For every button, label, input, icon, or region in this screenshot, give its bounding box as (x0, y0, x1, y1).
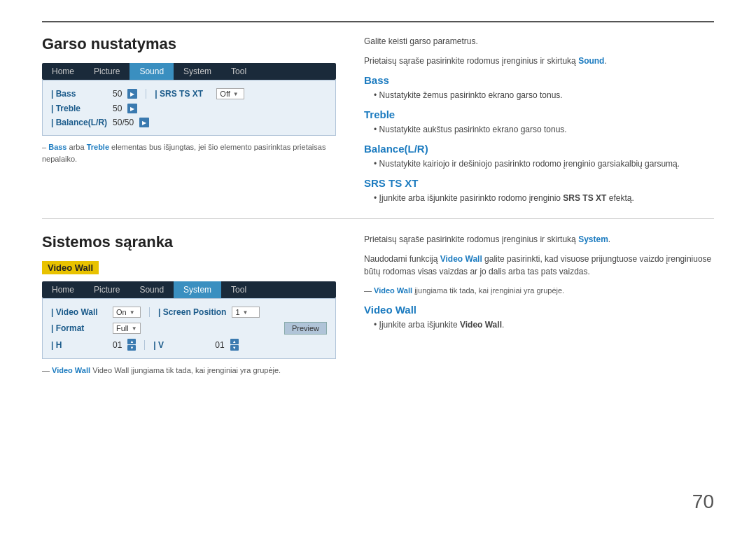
right1-intro2-suffix: . (604, 56, 606, 66)
right2-note-link: Video Wall (374, 286, 412, 295)
sub-srs-body: Įjunkite arba išjunkite pasirinkto rodom… (364, 192, 714, 204)
divider1 (146, 89, 146, 99)
s2-menu-tab-sound[interactable]: Sound (130, 281, 174, 298)
section2-settings-table: | Video Wall On ▼ | Screen Position 1 ▼ … (42, 298, 336, 359)
vw-on-dropdown[interactable]: On ▼ (113, 307, 141, 318)
right2-intro1-link: System (578, 234, 608, 244)
screenpos-arrow-icon: ▼ (243, 309, 248, 316)
format-value: Full (116, 324, 129, 332)
vw-body-link: Video Wall (460, 320, 502, 330)
section1-row: Garso nustatymas Home Picture Sound Syst… (42, 35, 714, 204)
sub-vw-heading: Video Wall (364, 304, 714, 316)
menu-tab-sound[interactable]: Sound (130, 63, 174, 80)
menu-tab-tool[interactable]: Tool (221, 63, 256, 80)
section1-title: Garso nustatymas (42, 35, 336, 53)
right2-note-suffix: įjungiama tik tada, kai įrenginiai yra g… (412, 286, 564, 295)
right1-intro2-link: Sound (578, 56, 604, 66)
format-dropdown[interactable]: Full ▼ (113, 323, 141, 334)
h-spinner[interactable]: ▲ ▼ (127, 339, 136, 351)
h-down[interactable]: ▼ (127, 345, 136, 351)
right2-intro2-link: Video Wall (440, 254, 482, 264)
v-value: 01 (215, 340, 224, 350)
h-value: 01 (113, 340, 122, 350)
sub-srs-heading: SRS TS XT (364, 177, 714, 189)
format-label: | Format (51, 323, 107, 333)
sub-balance-body: Nustatykite kairiojo ir dešiniojo pasiri… (364, 157, 714, 170)
treble-value: 50 (113, 104, 122, 113)
sub-balance-heading: Balance(L/R) (364, 143, 714, 155)
srs-dropdown[interactable]: Off ▼ (216, 88, 244, 99)
bass-value: 50 (113, 89, 122, 99)
s2-menu-tab-tool[interactable]: Tool (221, 281, 256, 298)
srs-label: | SRS TS XT (155, 89, 211, 99)
page-container: Garso nustatymas Home Picture Sound Syst… (0, 0, 756, 534)
sub-bass-body: Nustatykite žemus pasirinkto ekrano gars… (364, 89, 714, 101)
s2-menu-tab-home[interactable]: Home (42, 281, 84, 298)
treble-label: | Treble (51, 104, 107, 113)
settings-row-bass: | Bass 50 ▶ | SRS TS XT Off ▼ (51, 86, 327, 101)
settings-row-format: | Format Full ▼ Preview (51, 320, 327, 337)
screenpos-value: 1 (235, 308, 239, 316)
section2-right: Prietaisų sąraše pasirinkite rodomus įre… (364, 233, 714, 377)
settings-row-treble: | Treble 50 ▶ (51, 101, 327, 115)
section1-settings-table: | Bass 50 ▶ | SRS TS XT Off ▼ | Treble 5… (42, 80, 336, 136)
section2-note: — Video Wall Video Wall įjungiama tik ta… (42, 365, 336, 377)
vw-body-suffix: . (502, 320, 504, 330)
vw-body-prefix: Įjunkite arba išjunkite (379, 320, 460, 330)
v-label: | V (153, 340, 209, 350)
srs-body-suffix: efektą. (606, 193, 634, 203)
menu-tab-system[interactable]: System (174, 63, 221, 80)
v-up[interactable]: ▲ (230, 339, 239, 344)
balance-label: | Balance(L/R) (51, 118, 107, 127)
top-rule (42, 21, 714, 22)
section2-row: Sistemos sąranka Video Wall Home Picture… (42, 233, 714, 377)
bass-label: | Bass (51, 89, 107, 99)
section2-menu-bar: Home Picture Sound System Tool (42, 281, 336, 298)
v-down[interactable]: ▼ (230, 345, 239, 351)
section1-note: – Bass arba Treble elementas bus išjungt… (42, 141, 336, 164)
sub-treble-body: Nustatykite aukštus pasirinkto ekrano ga… (364, 123, 714, 136)
vw-on-arrow-icon: ▼ (130, 309, 135, 316)
screenpos-label: | Screen Position (158, 307, 226, 317)
srs-body-prefix: Įjunkite arba išjunkite pasirinkto rodom… (379, 193, 564, 203)
s2-menu-tab-picture[interactable]: Picture (84, 281, 130, 298)
divider3 (144, 340, 145, 350)
menu-tab-home[interactable]: Home (42, 63, 84, 80)
h-label: | H (51, 340, 107, 350)
settings-row-videowall: | Video Wall On ▼ | Screen Position 1 ▼ (51, 304, 327, 320)
sub-bass-heading: Bass (364, 74, 714, 86)
section1-right: Galite keisti garso parametrus. Prietais… (364, 35, 714, 204)
settings-row-hv: | H 01 ▲ ▼ | V 01 ▲ ▼ (51, 337, 327, 353)
balance-arrow[interactable]: ▶ (139, 118, 149, 127)
right2-intro1-prefix: Prietaisų sąraše pasirinkite rodomus įre… (364, 234, 578, 244)
right1-intro2-prefix: Prietaisų sąraše pasirinkite rodomus įre… (364, 56, 578, 66)
video-wall-badge: Video Wall (42, 261, 99, 274)
screenpos-dropdown[interactable]: 1 ▼ (232, 307, 260, 318)
vw-label: | Video Wall (51, 307, 107, 317)
right2-note: — Video Wall įjungiama tik tada, kai įre… (364, 285, 714, 297)
format-arrow-icon: ▼ (132, 325, 137, 332)
right2-intro2-prefix: Naudodami funkciją (364, 254, 440, 264)
note-bass: Bass (48, 143, 66, 151)
menu-tab-picture[interactable]: Picture (84, 63, 130, 80)
right2-note-prefix: — (364, 286, 374, 295)
h-up[interactable]: ▲ (127, 339, 136, 344)
vw-on-value: On (116, 308, 127, 316)
settings-row-balance: | Balance(L/R) 50/50 ▶ (51, 115, 327, 129)
treble-arrow[interactable]: ▶ (127, 104, 137, 113)
right1-intro1: Galite keisti garso parametrus. (364, 35, 714, 48)
s2-menu-tab-system[interactable]: System (174, 281, 221, 298)
right2-intro1: Prietaisų sąraše pasirinkite rodomus įre… (364, 233, 714, 246)
preview-button[interactable]: Preview (284, 322, 327, 335)
bass-arrow[interactable]: ▶ (127, 89, 137, 99)
page-number: 70 (692, 491, 714, 513)
right1-intro2: Prietaisų sąraše pasirinkite rodomus įre… (364, 55, 714, 67)
srs-value: Off (220, 90, 230, 98)
right2-intro2: Naudodami funkciją Video Wall galite pas… (364, 253, 714, 278)
section-separator (42, 218, 714, 219)
section1-left: Garso nustatymas Home Picture Sound Syst… (42, 35, 336, 204)
sub-vw-body: Įjunkite arba išjunkite Video Wall. (364, 318, 714, 331)
srs-body-link: SRS TS XT (563, 193, 606, 203)
srs-arrow-icon: ▼ (233, 91, 239, 97)
v-spinner[interactable]: ▲ ▼ (230, 339, 239, 351)
